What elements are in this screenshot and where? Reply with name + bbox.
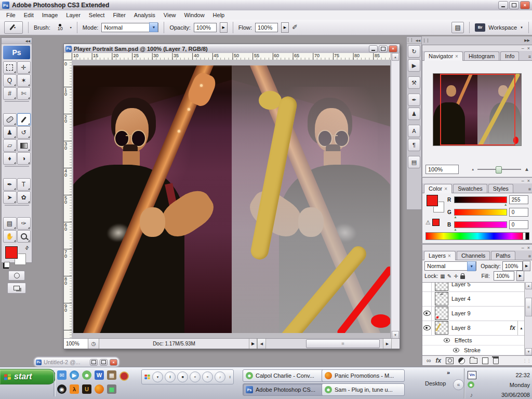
visibility-toggle[interactable] [422,282,432,291]
clock-time[interactable]: 22:32 [515,372,530,378]
lasso-tool[interactable]: Q [3,74,17,87]
gradient-tool[interactable] [17,139,31,152]
wmp-stop-button[interactable]: ■ [177,371,188,382]
new-layer-icon[interactable] [482,357,488,364]
volume-tray-icon[interactable]: ♪ [468,391,475,398]
eye-icon[interactable] [453,348,459,352]
doc-maximize-button[interactable] [379,45,388,52]
panel-close-button[interactable]: × [527,46,530,51]
menu-select[interactable]: Select [85,11,109,19]
menu-view[interactable]: View [159,11,180,19]
combo-arrow-icon[interactable]: ▼ [149,22,158,32]
scroll-up-button[interactable]: ▲ [525,282,532,289]
visibility-toggle[interactable] [422,291,432,306]
panel-minimize-button[interactable]: – [522,46,524,51]
outlook-express-quicklaunch[interactable]: ✉ [57,370,66,380]
chevron-down-icon[interactable]: ▾ [70,25,72,29]
lock-transparency-icon[interactable]: ▦ [440,273,445,279]
layer-row[interactable]: Layer 4 [422,291,525,307]
urban-terror-quicklaunch[interactable]: U [82,384,91,394]
wmp-volume-button[interactable]: ♪ [215,371,225,382]
history-panel-button[interactable]: ↻ [408,45,420,58]
zoom-level-field[interactable]: 100% [64,339,88,349]
layer-comps-panel-button[interactable]: ▤ [408,156,420,168]
canvas-image[interactable] [73,65,390,333]
scrollbar-thumb[interactable] [525,298,532,316]
toolbox-collapse-button[interactable]: ◀◀ [2,38,32,44]
layer-opacity-field[interactable]: 100% [502,261,523,271]
resize-grip[interactable]: ⋮⋮ [523,358,531,363]
menu-layer[interactable]: Layer [62,11,85,19]
add-layer-mask-icon[interactable] [446,357,454,364]
layer-thumbnail[interactable] [435,307,448,320]
panel-menu-icon[interactable]: ≡ [528,254,531,259]
pixel-app-quicklaunch[interactable]: ▩ [107,384,116,394]
tab-channels[interactable]: Channels [457,251,490,260]
horizontal-scrollbar[interactable] [266,339,383,349]
character-panel-button[interactable]: A [408,125,420,137]
collapse-effects-button[interactable]: ▲ [517,321,525,335]
blur-tool[interactable]: ♦ [3,152,17,165]
quick-mask-button[interactable] [8,271,25,281]
clone-stamp-tool[interactable]: ♟ [3,126,17,139]
green-slider[interactable]: ▲ [454,209,507,216]
start-button[interactable]: start [0,369,56,384]
navigator-preview[interactable] [433,73,522,146]
lock-position-icon[interactable]: ✛ [454,273,458,279]
clone-source-panel-button[interactable]: ♟ [408,108,420,120]
layer-effects-badge[interactable]: fx [510,324,515,331]
crop-tool[interactable]: # [3,87,17,100]
red-slider[interactable]: ▲ [454,196,507,203]
visib ility-toggle[interactable] [422,321,432,335]
scrollbar-thumb[interactable] [306,339,380,348]
desktop-toolbar-label[interactable]: Desktop [425,380,446,387]
minimize-button[interactable] [498,1,508,9]
workspace-label[interactable]: Workspace [488,24,517,31]
navigator-zoom-slider[interactable] [477,166,521,173]
slider-thumb[interactable]: ▲ [454,215,457,219]
add-layer-style-icon[interactable]: fx [436,357,442,364]
actions-panel-button[interactable]: ▶ [408,59,420,72]
tab-styles[interactable]: Styles [488,184,513,193]
gamut-warning-icon[interactable]: ⚠ [425,219,431,226]
resize-grip[interactable] [392,339,400,349]
path-selection-tool[interactable]: ➤ [3,191,17,204]
restore-button[interactable] [509,1,519,9]
layer-thumbnail[interactable] [435,321,448,335]
wmp-expand-button[interactable]: ⇕ [229,376,231,379]
menu-image[interactable]: Image [38,11,62,19]
paragraph-panel-button[interactable]: ¶ [408,139,420,151]
palette-well-toggle[interactable]: ▤ [451,22,464,33]
panel-close-button[interactable]: × [527,245,530,250]
status-clock-icon[interactable]: ◷ [88,339,99,349]
red-value-field[interactable]: 255 [509,195,528,204]
airbrush-toggle[interactable]: ✐ [292,23,298,31]
opacity-slider-button[interactable]: ▶ [523,261,530,271]
green-value-field[interactable]: 0 [509,208,528,217]
tab-close-icon[interactable]: × [448,253,451,259]
rectangular-marquee-tool[interactable] [3,61,17,74]
wmp-pause-button[interactable]: ‖ [165,371,176,382]
tab-paths[interactable]: Paths [491,251,515,260]
layer-thumbnail[interactable] [435,282,448,291]
tab-close-icon[interactable]: × [444,186,447,192]
opacity-input[interactable]: 100% [194,23,217,32]
poker-quicklaunch[interactable] [119,371,129,381]
swap-colors-icon[interactable]: ⇄ [24,245,30,251]
spot-healing-brush-tool[interactable] [3,113,17,126]
vnc-tray-icon[interactable]: Vn [468,371,476,379]
horizontal-ruler[interactable]: 10 15 20 25 30 35 40 45 50 55 60 65 70 7… [72,53,391,60]
history-brush-tool[interactable]: ↺ [17,126,31,139]
fill-slider-button[interactable]: ▶ [516,271,524,281]
photo-app-quicklaunch[interactable]: ▦ [107,370,116,380]
chevron-down-icon[interactable]: ▼ [520,26,523,29]
tab-close-icon[interactable]: × [455,54,458,59]
mini-maximize-button[interactable] [100,359,108,366]
firefox-quicklaunch[interactable] [95,384,104,394]
bridge-button[interactable]: Br [475,23,485,32]
panel-close-button[interactable]: × [527,178,530,183]
spectrum-black-swatch[interactable] [525,232,529,240]
close-button[interactable]: × [520,1,530,9]
panel-menu-icon[interactable]: ≡ [528,187,531,192]
word-quicklaunch[interactable]: W [95,370,104,380]
